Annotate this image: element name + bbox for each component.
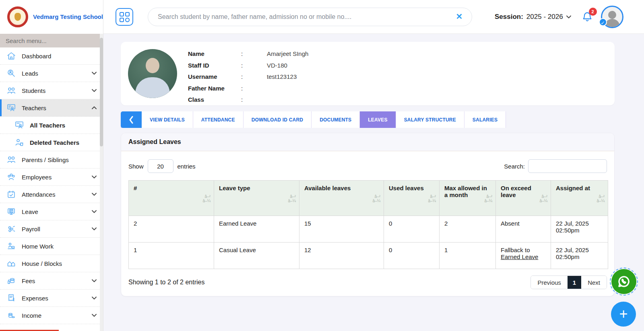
header-available-leaves[interactable]: Available leaves â–²â–¼ [299, 181, 384, 216]
cell-leave-type: Earned Leave [214, 216, 299, 243]
chevron-down-icon [92, 279, 97, 282]
tab-documents[interactable]: DOCUMENTS [312, 111, 360, 128]
sort-icon: â–²â–¼ [373, 194, 380, 203]
panel-title: Assigned Leaves [121, 133, 614, 151]
sort-icon: â–²â–¼ [485, 194, 492, 203]
table-footer: Showing 1 to 2 of 2 entries Previous 1 N… [121, 269, 614, 289]
sort-icon: â–²â–¼ [203, 194, 211, 203]
add-button[interactable]: + [611, 302, 636, 327]
user-avatar[interactable]: ✓ [601, 6, 623, 28]
school-name: Vedmarg Testing School [33, 13, 103, 21]
header-max-allowed[interactable]: Max allowed in a month â–²â–¼ [440, 181, 496, 216]
home-icon [6, 51, 16, 61]
chevron-down-icon [92, 89, 97, 92]
chevron-down-icon [92, 193, 97, 196]
expenses-receipt-icon [6, 293, 16, 303]
cell-used: 0 [384, 216, 440, 243]
previous-page-button[interactable]: Previous [531, 276, 567, 289]
chevron-up-icon [92, 106, 97, 109]
tab-download-id-card[interactable]: DOWNLOAD ID CARD [244, 111, 312, 128]
sidebar-item-teachers[interactable]: Teachers [0, 99, 103, 117]
global-search-input[interactable] [148, 8, 472, 26]
sort-icon: â–²â–¼ [540, 194, 547, 203]
sidebar-item-house-blocks[interactable]: House / Blocks [0, 255, 103, 272]
apps-grid-button[interactable] [116, 8, 133, 26]
sort-icon: â–²â–¼ [288, 194, 296, 203]
session-label: Session: [495, 13, 523, 21]
sidebar-item-payroll[interactable]: Payroll [0, 220, 103, 238]
pagination: Previous 1 Next [530, 275, 607, 289]
header-leave-type[interactable]: Leave type â–²â–¼ [214, 181, 299, 216]
sidebar-item-dashboard[interactable]: Dashboard [0, 47, 103, 65]
main-content: Name : Amarjeet SIngh Staff ID : VD-180 … [103, 34, 644, 331]
sidebar-item-parents-siblings[interactable]: Parents / Siblings [0, 151, 103, 169]
sidebar-item-fees[interactable]: Fees [0, 272, 103, 290]
cell-num: 2 [129, 216, 214, 243]
sidebar-scrollbar-thumb[interactable] [100, 38, 103, 146]
show-label: Show [128, 163, 144, 170]
clear-search-icon[interactable]: ✕ [455, 12, 463, 21]
current-page-button[interactable]: 1 [568, 276, 581, 289]
cell-used: 0 [384, 243, 440, 269]
sidebar-item-students[interactable]: Students [0, 82, 103, 99]
cell-available: 15 [299, 216, 384, 243]
sidebar-menu: Dashboard Leads Students Teachers All Te… [0, 47, 103, 324]
verified-badge-icon: ✓ [599, 18, 607, 26]
sort-icon: â–²â–¼ [597, 194, 605, 203]
cell-leave-type: Casual Leave [214, 243, 299, 269]
tab-salaries[interactable]: SALARIES [464, 111, 506, 128]
next-page-button[interactable]: Next [581, 276, 607, 289]
back-button[interactable] [121, 111, 142, 128]
table-search-label: Search: [504, 163, 525, 170]
sidebar-item-expenses[interactable]: Expenses [0, 290, 103, 307]
profile-field-name: Name : Amarjeet SIngh [188, 48, 308, 60]
entries-count-input[interactable] [148, 159, 173, 173]
table-row: 1 Casual Leave 12 0 1 Fallback to Earned… [129, 243, 608, 269]
lead-search-icon [6, 68, 16, 78]
notifications-button[interactable]: 2 [582, 10, 594, 23]
sidebar-item-income[interactable]: Income [0, 307, 103, 324]
houses-icon [6, 259, 16, 268]
tab-salary-structure[interactable]: SALARY STRUCTURE [396, 111, 464, 128]
sidebar-item-home-work[interactable]: Home Work [0, 238, 103, 255]
session-selector[interactable]: Session: 2025 - 2026 [495, 13, 571, 21]
tab-leaves[interactable]: LEAVES [360, 111, 396, 128]
employees-icon [6, 172, 16, 182]
sidebar-item-all-teachers[interactable]: All Teachers [0, 117, 103, 134]
tab-attendance[interactable]: ATTENDANCE [193, 111, 244, 128]
chevron-down-icon [92, 227, 97, 230]
sidebar-item-leave[interactable]: Leave [0, 203, 103, 220]
header-num[interactable]: # â–²â–¼ [129, 181, 214, 216]
staff-profile-card: Name : Amarjeet SIngh Staff ID : VD-180 … [121, 42, 615, 105]
chevron-down-icon [92, 72, 97, 75]
apps-grid-icon [120, 12, 130, 22]
topbar: ✕ Session: 2025 - 2026 2 ✓ [103, 0, 644, 34]
table-search-input[interactable] [528, 159, 607, 173]
menu-search-input[interactable] [0, 34, 103, 47]
chevron-left-icon [128, 116, 134, 124]
exceed-leave-link[interactable]: Earned Leave [501, 253, 546, 260]
sidebar-item-employees[interactable]: Employees [0, 169, 103, 186]
tab-view-details[interactable]: VIEW DETAILS [142, 111, 193, 128]
sidebar-item-attendances[interactable]: Attendances [0, 186, 103, 203]
income-coins-icon [6, 310, 16, 320]
sidebar: Dashboard Leads Students Teachers All Te… [0, 34, 103, 331]
profile-field-username: Username : test123123 [188, 71, 308, 83]
global-search: ✕ [148, 8, 472, 26]
sidebar-item-leads[interactable]: Leads [0, 65, 103, 82]
deleted-teacher-icon [14, 138, 24, 147]
header-used-leaves[interactable]: Used leaves â–²â–¼ [384, 181, 440, 216]
header-on-exceed[interactable]: On exceed leave â–²â–¼ [496, 181, 551, 216]
notification-badge: 2 [589, 8, 597, 16]
cell-max: 1 [440, 243, 496, 269]
leave-monitor-icon [6, 207, 16, 216]
header-assigned-at[interactable]: Assigned at â–²â–¼ [551, 181, 608, 216]
cell-max: 2 [440, 216, 496, 243]
sidebar-scrollbar-track [100, 34, 103, 331]
chevron-down-icon [566, 15, 571, 19]
whatsapp-button[interactable] [610, 267, 638, 296]
attendance-calendar-icon [6, 189, 16, 199]
sidebar-item-deleted-teachers[interactable]: Deleted Teachers [0, 134, 103, 151]
fees-coins-icon [6, 276, 16, 286]
chevron-down-icon [92, 314, 97, 317]
